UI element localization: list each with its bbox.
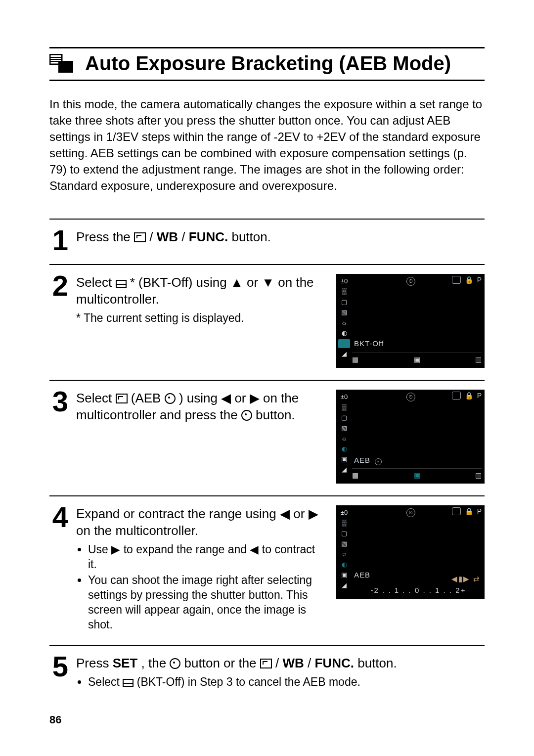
exposure-comp-icon: [260, 659, 272, 668]
lcd-ev-scale: -2 . . 1 . . 0 . . 1 . . 2+: [356, 586, 481, 594]
bkt-off-icon: [116, 280, 127, 288]
step-4-bullet-2: You can shoot the image right after sele…: [88, 573, 326, 632]
wb-label: WB: [157, 229, 178, 244]
right-arrow-icon: ▶: [309, 506, 318, 521]
lcd-highlight: [338, 339, 350, 348]
page-number: 86: [49, 713, 61, 726]
wb-label: WB: [282, 656, 304, 670]
lcd-camera-icon: [452, 507, 461, 515]
down-arrow-icon: ▼: [262, 275, 274, 290]
lcd-left-icons: ±0 ▒ ▢ ▧ ☼ ◐ ▣ ◢: [339, 393, 349, 474]
page-title: Auto Exposure Bracketing (AEB Mode): [85, 52, 451, 75]
lcd-metering-icon: •: [375, 458, 382, 465]
right-arrow-icon: ▶: [250, 391, 260, 405]
lcd-aeb-label: AEB: [354, 571, 370, 579]
step-1: 1 Press the / WB / FUNC. button.: [49, 219, 485, 264]
left-arrow-icon: ◀: [250, 543, 259, 556]
step-number: 1: [49, 228, 71, 252]
step-2-note: * The current setting is displayed.: [76, 311, 326, 325]
lcd-range-arrows-icon: ◀▮▶ ⇄: [451, 575, 481, 583]
lcd-aeb-label: AEB •: [354, 456, 382, 465]
step-4-text: Expand or contract the range using ◀ or …: [76, 505, 326, 539]
bkt-off-icon: [123, 679, 134, 687]
lcd-lock-icon: 🔒: [465, 276, 473, 284]
func-label: FUNC.: [315, 656, 354, 670]
lcd-left-icons: ±0 ▒ ▢ ▧ ☼ ◐ ▣ ◢: [339, 508, 349, 590]
aeb-mode-icon: [49, 54, 74, 74]
step-2-text: Select * (BKT-Off) using ▲ or ▼ on the m…: [76, 274, 326, 308]
step-3: 3 Select (AEB ) using ◀ or ▶ on the mult…: [49, 380, 485, 495]
step-4-bullet-1: Use ▶ to expand the range and ◀ to contr…: [88, 542, 326, 572]
step-5-text: Press SET , the button or the / WB / FUN…: [76, 655, 485, 671]
step-number: 2: [49, 274, 71, 368]
step-number: 5: [49, 655, 71, 690]
lcd-lock-icon: 🔒: [465, 392, 473, 400]
step-5: 5 Press SET , the button or the / WB / F…: [49, 645, 485, 702]
page-title-bar: Auto Exposure Bracketing (AEB Mode): [49, 47, 485, 81]
lcd-camera-icon: [452, 276, 461, 284]
func-label: FUNC.: [189, 229, 228, 244]
step-number: 3: [49, 390, 71, 484]
step-4: 4 Expand or contract the range using ◀ o…: [49, 495, 485, 645]
lcd-bkt-label: BKT-Off: [354, 339, 384, 348]
lcd-top-right: 🔒 P: [452, 392, 482, 400]
step-1-text: Press the / WB / FUNC. button.: [76, 228, 485, 245]
aeb-icon: [116, 394, 128, 403]
metering-button-icon: [241, 410, 252, 421]
lcd-top-timer-icon: ⏲: [406, 392, 415, 401]
lcd-top-timer-icon: ⏲: [406, 507, 415, 517]
up-arrow-icon: ▲: [230, 275, 243, 290]
lcd-top-right: 🔒 P: [452, 507, 482, 515]
step-5-bullets: Select (BKT-Off) in Step 3 to cancel the…: [76, 674, 485, 689]
lcd-screenshot-aeb-range: ±0 ▒ ▢ ▧ ☼ ◐ ▣ ◢ ⏲ 🔒 P AEB ◀▮▶ ⇄ -2 . .: [336, 505, 485, 599]
metering-icon: [165, 393, 176, 404]
lcd-lock-icon: 🔒: [465, 507, 473, 515]
right-arrow-icon: ▶: [111, 543, 120, 556]
step-5-bullet-1: Select (BKT-Off) in Step 3 to cancel the…: [88, 674, 485, 689]
step-number: 4: [49, 505, 71, 633]
lcd-mode-p: P: [477, 276, 482, 284]
lcd-bottom-row: ▦ ▣ ▥: [352, 353, 482, 366]
metering-button-icon: [170, 658, 180, 669]
intro-paragraph: In this mode, the camera automatically c…: [49, 96, 485, 194]
left-arrow-icon: ◀: [221, 391, 231, 405]
step-3-text: Select (AEB ) using ◀ or ▶ on the multic…: [76, 390, 326, 423]
lcd-mode-p: P: [477, 392, 482, 400]
lcd-top-timer-icon: ⏲: [406, 276, 415, 286]
lcd-camera-icon: [452, 392, 461, 400]
lcd-mode-p: P: [477, 507, 482, 515]
left-arrow-icon: ◀: [280, 506, 290, 521]
lcd-screenshot-aeb-select: ±0 ▒ ▢ ▧ ☼ ◐ ▣ ◢ ⏲ 🔒 P AEB •: [336, 390, 485, 484]
lcd-screenshot-bkt-off: ±0 ▒ ▢ ▧ ☼ ◐ ▣ ◢ ⏲ 🔒 P BKT-Off: [336, 274, 485, 368]
lcd-top-right: 🔒 P: [452, 276, 482, 284]
set-label: SET: [113, 656, 138, 670]
step-4-bullets: Use ▶ to expand the range and ◀ to contr…: [76, 542, 326, 632]
step-2: 2 Select * (BKT-Off) using ▲ or ▼ on the…: [49, 264, 485, 380]
exposure-comp-icon: [134, 232, 146, 242]
lcd-bottom-row: ▦ ▣ ▥: [352, 468, 482, 482]
